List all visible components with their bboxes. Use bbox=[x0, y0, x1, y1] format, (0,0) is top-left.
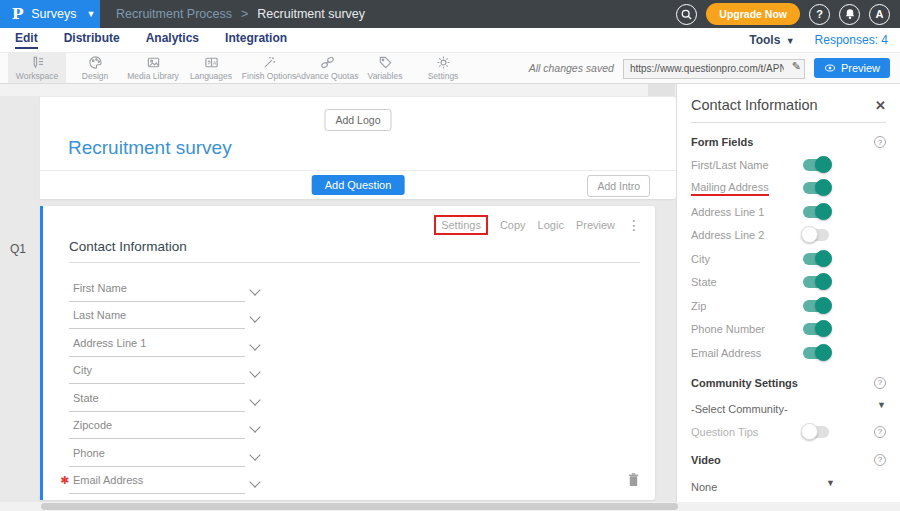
palette-icon bbox=[88, 55, 103, 70]
field-row: ✱ Last Name bbox=[69, 302, 261, 330]
edit-url-icon[interactable]: ✎ bbox=[792, 60, 801, 73]
toggle-switch[interactable] bbox=[803, 300, 829, 312]
breadcrumb-separator: > bbox=[241, 7, 248, 21]
magic-wand-icon bbox=[262, 55, 277, 70]
survey-url-input[interactable] bbox=[623, 59, 805, 79]
chevron-down-icon[interactable] bbox=[249, 394, 260, 405]
form-field-toggles: First/Last Name Mailing Address Address … bbox=[691, 153, 886, 365]
nav-tab[interactable]: Analytics bbox=[146, 31, 199, 49]
kebab-menu-icon[interactable]: ⋮ bbox=[627, 220, 641, 230]
chevron-down-icon: ▼ bbox=[86, 9, 95, 19]
toggle-row: City bbox=[691, 247, 886, 271]
toggle-switch[interactable] bbox=[803, 253, 829, 265]
toggle-row: Email Address bbox=[691, 341, 886, 365]
toggle-row: State bbox=[691, 271, 886, 295]
nav-tab[interactable]: Edit bbox=[15, 31, 38, 49]
field-label: Last Name bbox=[73, 309, 126, 321]
chevron-down-icon[interactable] bbox=[249, 284, 260, 295]
toggle-switch[interactable] bbox=[803, 206, 829, 218]
panel-title: Contact Information bbox=[691, 97, 818, 113]
help-icon[interactable]: ? bbox=[874, 377, 886, 389]
toolbar-item-settings[interactable]: Settings bbox=[414, 53, 472, 83]
toggle-knob bbox=[801, 423, 818, 440]
notifications-button[interactable] bbox=[839, 4, 860, 25]
preview-button[interactable]: Preview bbox=[814, 58, 890, 78]
toggle-switch[interactable] bbox=[803, 182, 829, 194]
toggle-switch[interactable] bbox=[803, 229, 829, 241]
toolbar-item-workspace[interactable]: Workspace bbox=[8, 53, 66, 83]
horizontal-scrollbar[interactable] bbox=[0, 502, 900, 511]
contact-fields: ✱ First Name ✱ Last Name ✱ bbox=[69, 274, 261, 494]
help-icon[interactable]: ? bbox=[874, 136, 886, 148]
question-action[interactable]: Copy bbox=[500, 219, 526, 231]
toolbar-item-finish-options[interactable]: Finish Options bbox=[240, 53, 298, 83]
toggle-switch[interactable] bbox=[803, 159, 829, 171]
toggle-label: Mailing Address bbox=[691, 181, 769, 196]
chevron-down-icon[interactable] bbox=[249, 311, 260, 322]
help-button[interactable]: ? bbox=[809, 4, 830, 25]
question-action[interactable]: Settings bbox=[434, 215, 488, 235]
toolbar-item-design[interactable]: Design bbox=[66, 53, 124, 83]
nav-tabs: Edit Distribute Analytics Integration bbox=[15, 31, 287, 49]
chevron-down-icon[interactable] bbox=[249, 366, 260, 377]
toolbar-item-media-library[interactable]: Media Library bbox=[124, 53, 182, 83]
chevron-down-icon[interactable] bbox=[249, 421, 260, 432]
add-logo-button[interactable]: Add Logo bbox=[325, 109, 392, 131]
field-label: Phone bbox=[73, 447, 105, 459]
chevron-down-icon[interactable] bbox=[249, 476, 260, 487]
tools-menu[interactable]: Tools ▼ bbox=[749, 33, 794, 47]
toolbar-item-advance-quotas[interactable]: Advance Quotas bbox=[298, 53, 356, 83]
add-intro-button[interactable]: Add Intro bbox=[587, 175, 650, 197]
chevron-down-icon[interactable] bbox=[249, 449, 260, 460]
toggle-knob bbox=[815, 156, 832, 173]
chain-link-icon bbox=[320, 55, 335, 70]
close-icon[interactable]: ✕ bbox=[875, 98, 886, 113]
topbar: P Surveys ▼ Recruitment Process > Recrui… bbox=[0, 0, 900, 28]
trash-icon bbox=[627, 472, 640, 487]
product-menu[interactable]: P Surveys ▼ bbox=[0, 0, 100, 28]
toggle-row: Phone Number bbox=[691, 318, 886, 342]
nav-tab[interactable]: Integration bbox=[225, 31, 287, 49]
add-question-button[interactable]: Add Question bbox=[312, 175, 405, 195]
editor-canvas: Add Logo Recruitment survey Add Question… bbox=[0, 84, 676, 511]
video-select[interactable]: None ▼ bbox=[691, 477, 886, 491]
panel-header: Contact Information ✕ bbox=[691, 97, 886, 113]
toolbar-item-variables[interactable]: Variables bbox=[356, 53, 414, 83]
question-action[interactable]: Preview bbox=[576, 219, 615, 231]
question-tips-toggle[interactable] bbox=[803, 426, 829, 438]
question-title[interactable]: Contact Information bbox=[69, 239, 187, 254]
help-icon[interactable]: ? bbox=[874, 454, 886, 466]
survey-title[interactable]: Recruitment survey bbox=[68, 137, 232, 159]
toggle-switch[interactable] bbox=[803, 347, 829, 359]
community-section-header: Community Settings ? bbox=[691, 377, 886, 389]
search-button[interactable] bbox=[676, 4, 697, 25]
delete-question-button[interactable] bbox=[627, 472, 640, 491]
responses-link[interactable]: Responses: 4 bbox=[815, 33, 888, 47]
product-menu-label: Surveys bbox=[31, 7, 76, 21]
survey-header-actions: Add Question Add Intro bbox=[40, 170, 676, 199]
upgrade-now-button[interactable]: Upgrade Now bbox=[706, 3, 800, 25]
panel-divider bbox=[691, 122, 886, 123]
field-label: Zipcode bbox=[73, 419, 112, 431]
chevron-down-icon[interactable] bbox=[249, 339, 260, 350]
toggle-row: Mailing Address bbox=[691, 177, 886, 201]
toggle-label: State bbox=[691, 276, 717, 288]
community-select[interactable]: -Select Community- ▼ bbox=[691, 399, 886, 413]
question-action[interactable]: Logic bbox=[538, 219, 564, 231]
editor-toolbar: Workspace Design Media Library A Languag… bbox=[0, 52, 900, 84]
question-card: Settings Copy Logic Preview ⋮ Contact In… bbox=[40, 206, 655, 500]
help-icon[interactable]: ? bbox=[874, 426, 886, 438]
breadcrumb-parent[interactable]: Recruitment Process bbox=[116, 7, 232, 21]
survey-header-top: Add Logo Recruitment survey bbox=[40, 97, 676, 170]
eye-icon bbox=[824, 62, 836, 74]
toggle-switch[interactable] bbox=[803, 276, 829, 288]
nav-tab[interactable]: Distribute bbox=[64, 31, 120, 49]
toolbar-item-languages[interactable]: A Languages bbox=[182, 53, 240, 83]
toggle-switch[interactable] bbox=[803, 323, 829, 335]
question-tips-row: Question Tips ? bbox=[691, 425, 886, 439]
scrollbar-thumb[interactable] bbox=[41, 503, 678, 510]
field-underline[interactable] bbox=[69, 493, 245, 494]
scrollbar-thumb[interactable] bbox=[648, 84, 675, 96]
toggle-knob bbox=[815, 250, 832, 267]
avatar[interactable]: A bbox=[869, 4, 890, 25]
